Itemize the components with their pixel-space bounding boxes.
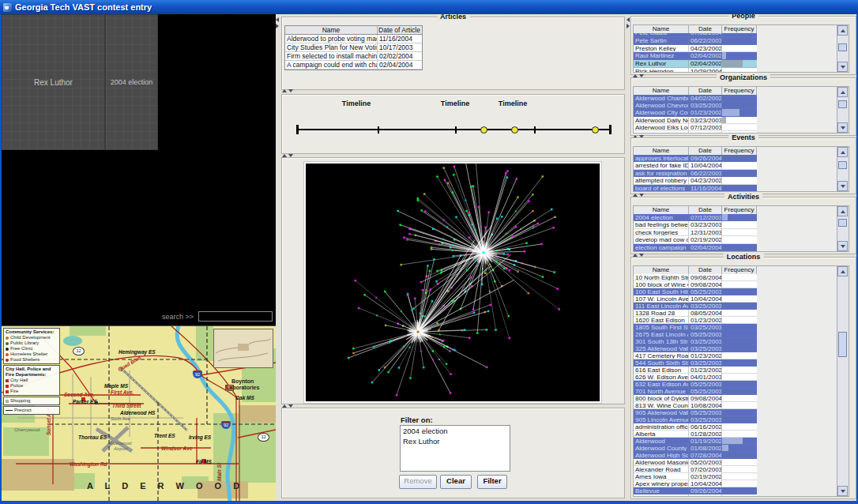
table-row[interactable]: Alderwood High Sch...07/28/2004 xyxy=(634,452,757,459)
table-row[interactable]: 1805 South First Str...03/25/2003 xyxy=(634,324,757,331)
scrollbar-thumb[interactable] xyxy=(838,100,847,108)
table-row[interactable]: election campaign02/04/2004 xyxy=(634,244,757,251)
table-row[interactable]: 100 East South Hill ...05/25/2003 xyxy=(634,288,757,295)
vertical-scrollbar[interactable] xyxy=(837,266,849,496)
locations-table[interactable]: NameDateFrequency10 North Eighth Street0… xyxy=(634,266,757,496)
filter-terms-list[interactable]: 2004 electionRex Luthor xyxy=(400,425,510,472)
people-table[interactable]: NameDateFrequencyPete Gatza07/08/2004Pet… xyxy=(634,25,757,72)
table-row[interactable]: 325 Alderwood Vall...03/25/2003 xyxy=(634,345,757,352)
column-header[interactable]: Name xyxy=(634,266,689,274)
scroll-down-button[interactable] xyxy=(837,181,848,191)
column-header[interactable]: Frequency xyxy=(722,87,757,95)
scroll-down-button[interactable] xyxy=(837,486,848,496)
column-header[interactable]: Name xyxy=(634,147,689,155)
scroll-up-button[interactable] xyxy=(837,206,848,216)
table-row[interactable]: develop mad cow di...02/19/2002 xyxy=(634,236,757,243)
clear-button[interactable]: Clear xyxy=(440,475,472,489)
table-row[interactable]: Alexander Road07/20/2003 xyxy=(634,466,757,473)
table-row[interactable]: Alderwood01/19/2002 xyxy=(634,438,757,445)
column-header[interactable]: Frequency xyxy=(722,25,757,33)
scroll-up-button[interactable] xyxy=(837,87,848,97)
column-header[interactable]: Date xyxy=(689,147,722,155)
table-row[interactable]: 100 block of Wine C...09/08/2004 xyxy=(634,281,757,288)
table-row[interactable]: arrested for fake ID10/04/2004 xyxy=(634,162,757,169)
filter-term[interactable]: 2004 election xyxy=(401,426,510,436)
table-row[interactable]: 800 block of Dykstra...09/08/2004 xyxy=(634,395,757,402)
column-header[interactable]: Name xyxy=(634,87,689,95)
concept-viz-panel[interactable]: Rex Luthor 2004 election search >> xyxy=(2,14,276,325)
splitter-vertical[interactable] xyxy=(276,14,280,501)
scrollbar-thumb[interactable] xyxy=(838,43,847,51)
link-graph-canvas[interactable] xyxy=(304,162,601,403)
table-row[interactable]: 701 North Avenue05/25/2003 xyxy=(634,388,757,395)
table-row[interactable]: 626 W. Edison Aven...04/01/2003 xyxy=(634,374,757,381)
table-row[interactable]: bad feelings between03/23/2003 xyxy=(634,221,757,228)
timeline-event-marker[interactable] xyxy=(480,126,487,134)
table-row[interactable]: Bethany Road09/09/2004 xyxy=(634,495,757,496)
remove-button[interactable]: Remove xyxy=(399,475,437,489)
scroll-down-button[interactable] xyxy=(837,241,848,251)
articles-table[interactable]: NameDate of ArticleAlderwood to probe vo… xyxy=(284,25,423,70)
filter-button[interactable]: Filter xyxy=(477,475,507,489)
scroll-down-button[interactable] xyxy=(837,62,848,72)
table-row[interactable]: check forgeries12/31/2003 xyxy=(634,229,757,236)
table-row[interactable]: Alderwood Fire Dep...11/03/2004 xyxy=(634,131,757,133)
table-row[interactable]: 632 East Edison Av...05/25/2003 xyxy=(634,381,757,388)
table-row[interactable]: Rick Herndon10/29/2004 xyxy=(634,68,757,72)
column-header[interactable]: Date xyxy=(689,266,722,274)
vertical-scrollbar[interactable] xyxy=(837,25,849,72)
vertical-scrollbar[interactable] xyxy=(837,147,849,191)
scrollbar-thumb[interactable] xyxy=(838,219,847,227)
table-row[interactable]: Alderwood Masonic ...05/20/2003 xyxy=(634,459,757,466)
table-row[interactable]: 544 South Sixth Street03/25/2003 xyxy=(634,359,757,367)
vertical-scrollbar[interactable] xyxy=(837,206,849,251)
table-row[interactable]: Alderwood County01/08/2002 xyxy=(634,445,757,452)
articles-column-header[interactable]: Date of Article xyxy=(378,26,421,34)
titlebar[interactable]: Georgia Tech VAST contest entry xyxy=(0,0,858,14)
column-header[interactable]: Frequency xyxy=(722,266,757,274)
table-row[interactable]: Rex Luthor02/04/2002 xyxy=(634,60,757,68)
table-row[interactable]: Apex winery property10/04/2004 xyxy=(634,480,757,487)
table-row[interactable]: 2004 election07/12/2003 xyxy=(634,214,757,221)
table-row[interactable]: 107 W. Lincoln Ave10/04/2004 xyxy=(634,295,757,303)
table-row[interactable]: 813 W. Wine Countr...10/08/2004 xyxy=(634,402,757,409)
table-row[interactable]: 616 East Edison01/23/2002 xyxy=(634,367,757,374)
article-row[interactable]: Alderwood to probe voting machines...11/… xyxy=(285,35,422,43)
table-row[interactable]: 905 Lincoln Avenue03/25/2003 xyxy=(634,416,757,423)
table-row[interactable]: Pete Sartin06/22/2003 xyxy=(634,37,757,45)
column-header[interactable]: Date xyxy=(689,206,722,214)
table-row[interactable]: Alderwood Chevron03/25/2003 xyxy=(634,102,757,109)
article-row[interactable]: A campaign could end with champag...02/0… xyxy=(285,61,422,70)
scrollbar-thumb[interactable] xyxy=(838,332,847,357)
article-row[interactable]: Firm selected to install machines02/02/2… xyxy=(285,52,422,61)
column-header[interactable]: Name xyxy=(634,206,689,214)
column-header[interactable]: Name xyxy=(634,25,689,33)
vertical-scrollbar[interactable] xyxy=(837,87,849,133)
table-row[interactable]: 905 Alderwood Vall...05/25/2003 xyxy=(634,409,757,416)
table-row[interactable]: Alberta01/28/2002 xyxy=(634,431,757,438)
table-row[interactable]: 10 North Eighth Street09/08/2004 xyxy=(634,274,757,281)
table-row[interactable]: Preston Kelley04/23/2002 xyxy=(634,45,757,53)
table-row[interactable]: 1328 Road 2808/05/2004 xyxy=(634,310,757,317)
table-row[interactable]: approves interlocal ...09/26/2004 xyxy=(634,155,757,162)
column-header[interactable]: Frequency xyxy=(722,147,757,155)
timeline-event-marker[interactable] xyxy=(592,126,599,134)
table-row[interactable]: Alderwood Chambe...04/02/2002 xyxy=(634,95,757,102)
table-row[interactable]: attempted robbery04/23/2002 xyxy=(634,177,757,184)
table-row[interactable]: Bellevue09/26/2004 xyxy=(634,487,757,495)
scroll-up-button[interactable] xyxy=(837,147,848,157)
scroll-up-button[interactable] xyxy=(837,266,848,276)
activities-table[interactable]: NameDateFrequency2004 election07/12/2003… xyxy=(634,206,757,251)
column-header[interactable]: Date xyxy=(689,87,722,95)
table-row[interactable]: Raul Martinez02/04/2002 xyxy=(634,52,757,60)
table-row[interactable]: board of elections11/16/2004 xyxy=(634,185,757,191)
scroll-down-button[interactable] xyxy=(837,122,848,133)
table-row[interactable]: Alderwood City Cou...01/23/2002 xyxy=(634,109,757,116)
article-row[interactable]: City Studies Plan for New Voting Mac...1… xyxy=(285,43,422,52)
timeline-event-marker[interactable] xyxy=(511,126,518,134)
column-header[interactable]: Frequency xyxy=(722,206,757,214)
organizations-table[interactable]: NameDateFrequencyAlderwood Chambe...04/0… xyxy=(634,87,757,133)
table-row[interactable]: 2675 East Lincoln A...05/25/2003 xyxy=(634,331,757,338)
scrollbar-thumb[interactable] xyxy=(838,161,847,169)
alderwood-map[interactable]: Community Services:Child DevelopmentPubl… xyxy=(2,325,276,501)
